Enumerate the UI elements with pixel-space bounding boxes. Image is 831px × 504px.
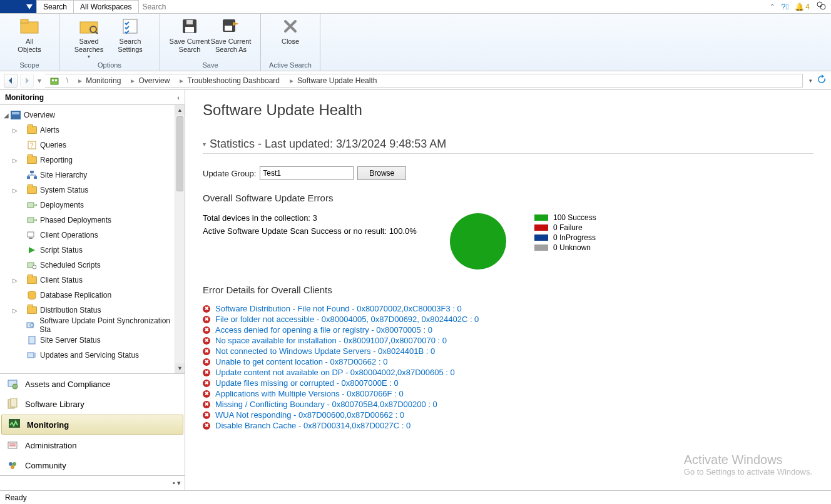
tree-item-reporting[interactable]: ▷Reporting — [0, 153, 185, 168]
tree-item-client-operations[interactable]: Client Operations — [0, 228, 185, 243]
error-link[interactable]: Disable Branch Cache - 0x87D00314,0x87D0… — [215, 421, 410, 430]
save-as-icon — [221, 16, 241, 36]
refresh-button[interactable] — [816, 74, 827, 87]
tree-item-distribution-status[interactable]: ▷Distribution Status — [0, 303, 185, 318]
app-menu-button[interactable] — [0, 0, 36, 13]
pin-icon[interactable]: ⌃ — [770, 3, 775, 10]
sidebar-collapse-button[interactable]: ‹ — [177, 94, 180, 101]
top-bar-right: ⌃ ?⃝ 🔔 4 — [765, 0, 831, 13]
save-current-search-button[interactable]: Save Current Search — [169, 16, 210, 54]
feedback-icon[interactable] — [816, 1, 826, 13]
tab-search[interactable]: Search — [36, 0, 74, 13]
tree-item-overview[interactable]: ◢Overview — [0, 108, 185, 123]
expand-icon[interactable]: ▷ — [11, 187, 19, 194]
expand-icon[interactable]: ▷ — [11, 157, 19, 164]
folder-search-icon — [79, 16, 99, 36]
client-ops-icon — [26, 229, 38, 241]
tree-item-phased-deployments[interactable]: Phased Deployments — [0, 213, 185, 228]
nav-history-dropdown[interactable]: ▾ — [36, 74, 43, 88]
update-group-row: Update Group: Browse — [203, 166, 813, 180]
error-link[interactable]: Not connected to Windows Update Servers … — [215, 346, 435, 356]
legend-item: 0 InProgress — [534, 233, 596, 242]
save-icon — [180, 16, 200, 36]
tab-all-workspaces[interactable]: All Workspaces — [74, 0, 138, 13]
help-icon[interactable]: ?⃝ — [781, 2, 788, 11]
tree-item-system-status[interactable]: ▷System Status — [0, 183, 185, 198]
home-icon[interactable] — [48, 74, 61, 88]
tree-item-updates-and-servicing-status[interactable]: Updates and Servicing Status — [0, 348, 185, 363]
error-link[interactable]: Missing / Conflicting Boundary - 0x80070… — [215, 400, 437, 409]
error-link[interactable]: Update files missing or corrupted - 0x80… — [215, 378, 399, 388]
close-search-button[interactable]: Close — [270, 16, 311, 46]
tree-item-script-status[interactable]: Script Status — [0, 243, 185, 258]
error-row: ✖Disable Branch Cache - 0x87D00314,0x87D… — [203, 421, 813, 430]
error-icon: ✖ — [203, 422, 210, 430]
scroll-thumb[interactable] — [176, 116, 183, 191]
error-link[interactable]: No space available for installation - 0x… — [215, 336, 447, 345]
tree-item-client-status[interactable]: ▷Client Status — [0, 273, 185, 288]
overview-icon — [10, 109, 21, 121]
tree-item-deployments[interactable]: Deployments — [0, 198, 185, 213]
error-link[interactable]: Software Distribution - File not Found -… — [215, 304, 462, 313]
error-row: ✖No space available for installation - 0… — [203, 336, 813, 345]
workspace-community[interactable]: Community — [0, 455, 185, 475]
browse-button[interactable]: Browse — [357, 166, 406, 180]
svg-rect-2 — [21, 22, 38, 33]
breadcrumb-item[interactable]: ▸Monitoring — [73, 76, 126, 85]
workspace-label: Administration — [25, 441, 76, 450]
notifications-button[interactable]: 🔔 4 — [795, 3, 810, 11]
tree-item-queries[interactable]: ?Queries — [0, 138, 185, 153]
tree-item-site-server-status[interactable]: Site Server Status — [0, 333, 185, 348]
scroll-up-icon[interactable]: ▲ — [175, 105, 185, 115]
error-row: ✖Applications with Multiple Versions - 0… — [203, 389, 813, 398]
workspace-administration[interactable]: Administration — [0, 435, 185, 455]
breadcrumb-dropdown[interactable]: ▾ — [809, 78, 812, 84]
tree-item-label: Phased Deployments — [40, 216, 111, 224]
error-row: ✖Access denied for opening a file or reg… — [203, 325, 813, 335]
ribbon-group-active-search: Close Active Search — [261, 14, 320, 71]
error-link[interactable]: Access denied for opening a file or regi… — [215, 325, 432, 335]
error-link[interactable]: Update content not available on DP - 0x8… — [215, 368, 455, 377]
breadcrumb-item[interactable]: ▸Software Update Health — [285, 76, 382, 85]
search-settings-button[interactable]: Search Settings — [110, 16, 151, 54]
saved-searches-button[interactable]: Saved Searches ▾ — [68, 16, 110, 60]
workspace-label: Monitoring — [27, 420, 69, 430]
scroll-down-icon[interactable]: ▼ — [175, 363, 185, 373]
svg-rect-9 — [185, 27, 194, 33]
update-group-input[interactable] — [260, 166, 354, 180]
breadcrumb-item[interactable]: ▸Troubleshooting Dashboard — [175, 76, 285, 85]
error-link[interactable]: Unable to get content location - 0x87D00… — [215, 357, 387, 366]
statistics-section-header[interactable]: ▾ Statistics - Last updated: 3/13/2024 9… — [203, 138, 813, 154]
tree-item-site-hierarchy[interactable]: Site Hierarchy — [0, 168, 185, 183]
nav-back-button[interactable] — [4, 74, 18, 88]
workspace-monitoring[interactable]: Monitoring — [1, 415, 183, 435]
all-objects-button[interactable]: All Objects — [9, 16, 50, 54]
expand-icon[interactable]: ▷ — [11, 127, 19, 134]
expand-icon[interactable]: ▷ — [11, 307, 19, 314]
error-link[interactable]: File or folder not accessible - 0x800040… — [215, 315, 479, 324]
tree-item-alerts[interactable]: ▷Alerts — [0, 123, 185, 138]
svg-rect-25 — [28, 232, 34, 237]
svg-rect-13 — [51, 78, 58, 84]
tree-item-scheduled-scripts[interactable]: Scheduled Scripts — [0, 258, 185, 273]
error-row: ✖Not connected to Windows Update Servers… — [203, 346, 813, 356]
workspace-assets-and-compliance[interactable]: Assets and Compliance — [0, 374, 185, 394]
breadcrumb-item[interactable]: ▸Overview — [126, 76, 175, 85]
error-link[interactable]: Applications with Multiple Versions - 0x… — [215, 389, 404, 398]
tree-item-database-replication[interactable]: Database Replication — [0, 288, 185, 303]
tree-item-software-update-point-synchronization-sta[interactable]: Software Update Point Synchronization St… — [0, 318, 185, 333]
svg-point-39 — [9, 462, 13, 466]
workspace-software-library[interactable]: Software Library — [0, 394, 185, 414]
folder-icon — [26, 184, 38, 196]
error-icon: ✖ — [203, 411, 210, 419]
global-search-input[interactable] — [139, 0, 765, 13]
save-current-search-as-button[interactable]: Save Current Search As — [210, 16, 252, 54]
nav-forward-button[interactable] — [20, 74, 34, 88]
error-link[interactable]: WUA Not responding - 0x87D00600,0x87D006… — [215, 410, 404, 420]
tree-item-label: System Status — [40, 186, 88, 194]
scheduled-icon — [26, 260, 38, 271]
workspace-options-button[interactable]: ▪ ▾ — [173, 479, 181, 487]
expand-icon[interactable]: ◢ — [3, 112, 10, 119]
expand-icon[interactable]: ▷ — [11, 277, 19, 284]
tree-scrollbar[interactable]: ▲ ▼ — [175, 105, 185, 373]
